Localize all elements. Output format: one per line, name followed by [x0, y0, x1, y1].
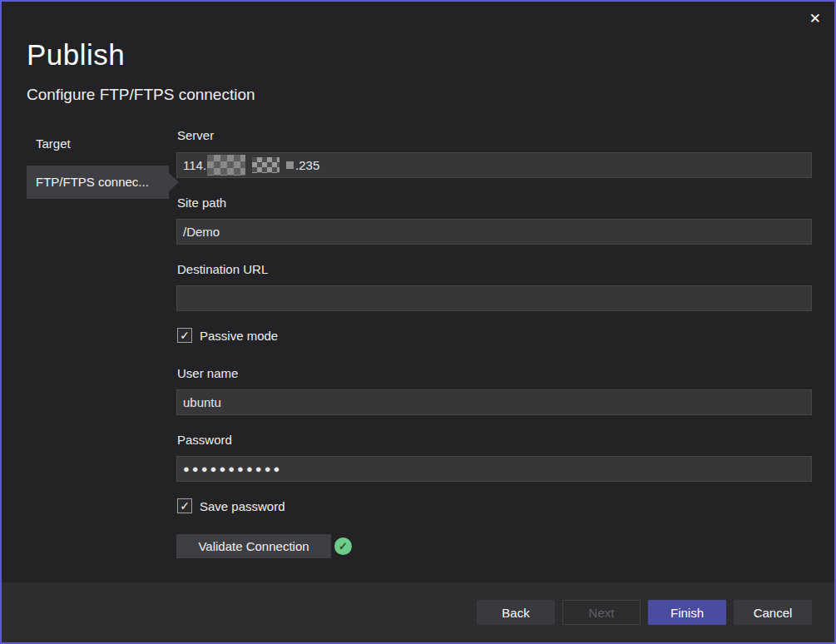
site-path-input[interactable]: /Demo: [176, 219, 812, 245]
user-name-input[interactable]: ubuntu: [176, 389, 812, 415]
next-button[interactable]: Next: [562, 600, 641, 625]
server-value-prefix: 114.: [183, 158, 206, 172]
cancel-button[interactable]: Cancel: [734, 600, 812, 625]
sidebar-item-target[interactable]: Target: [36, 136, 71, 151]
user-name-label: User name: [177, 366, 238, 380]
user-name-value: ubuntu: [183, 395, 221, 409]
site-path-value: /Demo: [183, 225, 220, 239]
sidebar-item-label: FTP/FTPS connec...: [36, 175, 149, 189]
server-input[interactable]: 114..235: [176, 152, 812, 178]
redaction-mosaic: [286, 161, 294, 169]
passive-mode-label: Passive mode: [200, 329, 278, 343]
passive-mode-checkbox[interactable]: ✓: [177, 328, 192, 343]
save-password-label: Save password: [200, 499, 285, 513]
password-input[interactable]: ●●●●●●●●●●●: [176, 456, 812, 482]
page-subtitle: Configure FTP/FTPS connection: [27, 86, 255, 104]
server-label: Server: [177, 128, 214, 142]
dialog-footer: Back Next Finish Cancel: [2, 582, 834, 642]
save-password-row: ✓ Save password: [177, 498, 285, 513]
passive-mode-row: ✓ Passive mode: [177, 328, 278, 343]
finish-button[interactable]: Finish: [648, 600, 726, 625]
password-label: Password: [177, 433, 232, 447]
publish-dialog: ✕ Publish Configure FTP/FTPS connection …: [0, 0, 836, 644]
redaction-mosaic: [252, 157, 279, 173]
checkmark-icon: ✓: [339, 540, 348, 552]
footer-buttons: Back Next Finish Cancel: [477, 600, 812, 625]
redaction-mosaic: [207, 155, 245, 176]
sidebar-item-ftp-connection[interactable]: FTP/FTPS connec...: [27, 166, 169, 199]
checkmark-icon: ✓: [180, 329, 190, 341]
save-password-checkbox[interactable]: ✓: [177, 498, 192, 513]
destination-url-input[interactable]: [176, 285, 812, 311]
password-masked-value: ●●●●●●●●●●●: [183, 463, 282, 475]
validation-success-icon: ✓: [334, 537, 352, 555]
validate-connection-button[interactable]: Validate Connection: [176, 534, 331, 558]
close-icon[interactable]: ✕: [809, 12, 821, 26]
site-path-label: Site path: [177, 196, 226, 210]
page-title: Publish: [27, 38, 125, 72]
destination-url-label: Destination URL: [177, 262, 268, 276]
server-value-suffix: .235: [295, 158, 319, 172]
back-button[interactable]: Back: [477, 600, 555, 625]
checkmark-icon: ✓: [180, 500, 190, 512]
